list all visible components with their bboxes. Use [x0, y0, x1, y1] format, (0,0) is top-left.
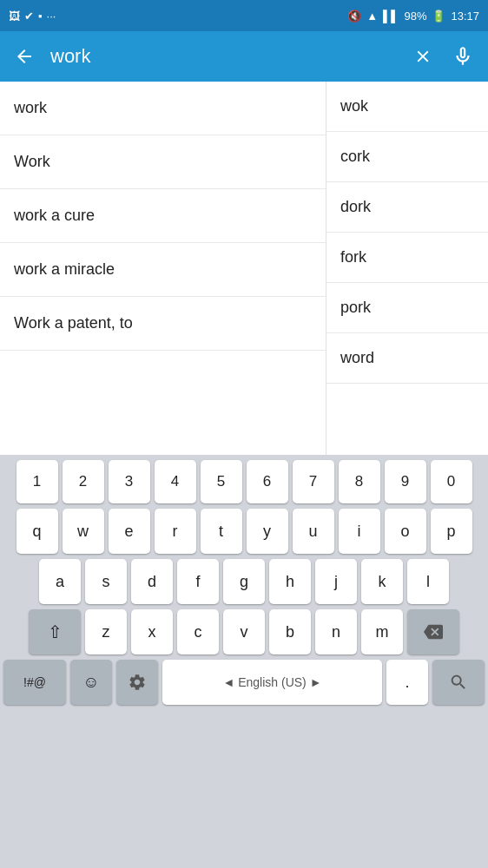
search-input[interactable] [50, 45, 398, 68]
shift-key[interactable]: ⇧ [29, 609, 81, 654]
mute-icon: 🔇 [347, 10, 361, 23]
signal-icon: ▌▌ [383, 10, 399, 23]
content-area: work Work work a cure work a miracle Wor… [0, 82, 488, 455]
suggestions-right: wok cork dork fork pork word [326, 82, 488, 455]
key-w[interactable]: w [63, 509, 104, 554]
key-i[interactable]: i [339, 509, 380, 554]
search-bar [0, 31, 488, 82]
clear-button[interactable] [410, 43, 436, 69]
key-g[interactable]: g [223, 559, 265, 604]
key-4[interactable]: 4 [155, 460, 196, 503]
key-d[interactable]: d [131, 559, 173, 604]
wifi-icon: ▲ [366, 10, 378, 23]
key-r[interactable]: r [155, 509, 196, 554]
bottom-row: !#@ ☺ ◄ English (US) ► . [3, 660, 485, 705]
backspace-key[interactable] [407, 609, 459, 654]
key-1[interactable]: 1 [16, 460, 58, 503]
key-e[interactable]: e [109, 509, 150, 554]
settings-key[interactable] [116, 660, 158, 705]
list-item[interactable]: pork [326, 283, 488, 333]
key-p[interactable]: p [431, 509, 472, 554]
list-item[interactable]: work a miracle [0, 243, 326, 297]
key-t[interactable]: t [201, 509, 242, 554]
status-bar: 🖼 ✔ ▪ ··· 🔇 ▲ ▌▌ 98% 🔋 13:17 [0, 0, 488, 31]
list-item[interactable]: fork [326, 233, 488, 283]
key-q[interactable]: q [16, 509, 58, 554]
keyboard: 1 2 3 4 5 6 7 8 9 0 q w e r t y u i o p … [0, 455, 488, 868]
key-z[interactable]: z [85, 609, 127, 654]
search-key[interactable] [432, 660, 485, 705]
suggestions-left: work Work work a cure work a miracle Wor… [0, 82, 326, 455]
key-c[interactable]: c [177, 609, 219, 654]
key-k[interactable]: k [361, 559, 403, 604]
key-8[interactable]: 8 [339, 460, 380, 503]
key-v[interactable]: v [223, 609, 265, 654]
key-2[interactable]: 2 [63, 460, 104, 503]
list-item[interactable]: Work a patent, to [0, 297, 326, 351]
key-f[interactable]: f [177, 559, 219, 604]
key-h[interactable]: h [269, 559, 311, 604]
key-7[interactable]: 7 [293, 460, 334, 503]
status-icons-left: 🖼 ✔ ▪ ··· [9, 10, 56, 23]
key-m[interactable]: m [361, 609, 403, 654]
ellipsis: ··· [47, 10, 56, 23]
back-button[interactable] [10, 43, 38, 70]
asdf-row: a s d f g h j k l [3, 559, 485, 604]
battery-icon: ▪ [38, 10, 43, 23]
clipboard-icon: ✔ [24, 10, 34, 23]
symbols-key[interactable]: !#@ [3, 660, 66, 705]
key-5[interactable]: 5 [201, 460, 242, 503]
number-row: 1 2 3 4 5 6 7 8 9 0 [3, 460, 485, 503]
key-l[interactable]: l [407, 559, 449, 604]
key-a[interactable]: a [39, 559, 81, 604]
list-item[interactable]: work [0, 82, 326, 135]
key-6[interactable]: 6 [247, 460, 288, 503]
list-item[interactable]: cork [326, 132, 488, 182]
list-item[interactable]: word [326, 333, 488, 384]
space-key[interactable]: ◄ English (US) ► [162, 660, 382, 705]
emoji-key[interactable]: ☺ [70, 660, 112, 705]
key-x[interactable]: x [131, 609, 173, 654]
key-9[interactable]: 9 [385, 460, 426, 503]
qwerty-row: q w e r t y u i o p [3, 509, 485, 554]
zxcv-row: ⇧ z x c v b n m [3, 609, 485, 654]
key-b[interactable]: b [269, 609, 311, 654]
key-j[interactable]: j [315, 559, 357, 604]
key-u[interactable]: u [293, 509, 334, 554]
key-n[interactable]: n [315, 609, 357, 654]
battery-bar-icon: 🔋 [432, 10, 445, 23]
notification-icon: 🖼 [9, 10, 20, 23]
key-0[interactable]: 0 [431, 460, 472, 503]
key-o[interactable]: o [385, 509, 426, 554]
list-item[interactable]: Work [0, 135, 326, 189]
clock: 13:17 [451, 10, 479, 23]
period-key[interactable]: . [386, 660, 428, 705]
mic-button[interactable] [448, 42, 478, 71]
key-s[interactable]: s [85, 559, 127, 604]
key-y[interactable]: y [247, 509, 288, 554]
battery-percent: 98% [404, 10, 426, 23]
list-item[interactable]: wok [326, 82, 488, 132]
status-icons-right: 🔇 ▲ ▌▌ 98% 🔋 13:17 [347, 10, 479, 23]
list-item[interactable]: work a cure [0, 189, 326, 243]
key-3[interactable]: 3 [109, 460, 150, 503]
list-item[interactable]: dork [326, 182, 488, 233]
